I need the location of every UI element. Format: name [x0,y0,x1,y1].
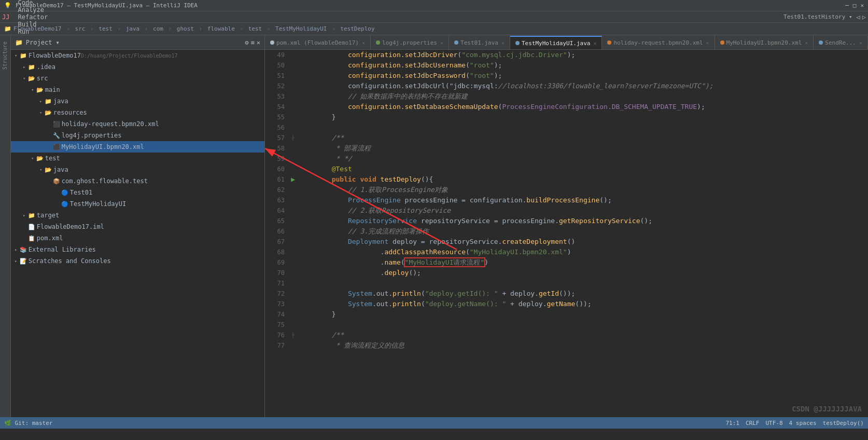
breadcrumb-part[interactable]: TestMyHolidayUI [275,25,327,32]
tree-item-java_test[interactable]: ▾📂java [11,164,264,175]
line-content[interactable]: /** [297,330,868,340]
tree-item-root[interactable]: ▾📁FlowableDemo17 D:/huang/Project/Flowab… [11,50,264,61]
tree-item-pom[interactable]: 📋pom.xml [11,232,264,244]
breadcrumb-part[interactable]: test [99,25,113,32]
line-content[interactable]: .name("MyHolidayUI请求流程") [297,257,868,268]
tab-close-btn[interactable]: ✕ [706,40,709,46]
code-area[interactable]: 49 configuration.setJdbcDriver("com.mysq… [265,50,868,417]
tree-item-log4j[interactable]: 🔧log4j.properties [11,130,264,141]
tab-icon [515,41,520,45]
tree-item-test[interactable]: ▾📂test [11,153,264,164]
tab-testmyholidayui_java[interactable]: TestMyHolidayUI.java✕ [510,36,602,49]
line-content[interactable]: * 部署流程 [297,143,868,154]
minimize-btn[interactable]: ─ [845,2,849,9]
tab-close-btn[interactable]: ✕ [362,40,365,46]
collapse-icon[interactable]: ≡ [251,39,255,46]
tree-item-main[interactable]: ▾📂main [11,84,264,95]
tab-test01_java[interactable]: Test01.java✕ [449,36,510,49]
tab-log4j_properties[interactable]: log4j.properties✕ [371,36,449,49]
line-content[interactable]: // 2.获取RepositoryService [297,205,868,216]
breadcrumb-part[interactable]: java [126,25,140,32]
line-content[interactable]: configuration.setDatabaseSchemaUpdate(Pr… [297,102,868,112]
line-content[interactable]: * */ [297,154,868,164]
menu-item-analyze[interactable]: Analyze [13,6,52,13]
menu-item-refactor[interactable]: Refactor [13,13,52,21]
tree-label: FlowableDemo17 [29,52,81,59]
breadcrumb-part[interactable]: com [153,25,163,32]
breadcrumb-part[interactable]: src [75,25,86,32]
line-gutter: ├ [289,133,297,143]
line-content[interactable]: RepositoryService repositoryService = pr… [297,216,868,226]
breadcrumb-part[interactable]: test [248,25,262,32]
tab-sendre___[interactable]: SendRe...✕ [814,36,868,49]
tree-item-testMyHolidayUI[interactable]: 🔵TestMyHolidayUI [11,198,264,210]
code-line-68: 68 .addClasspathResource("MyHolidayUI.bp… [265,247,868,257]
line-content[interactable]: // 如果数据库中的表结构不存在就新建 [297,91,868,102]
tree-item-pkg[interactable]: 📦com.ghost.flowable.test [11,175,264,187]
line-content[interactable]: /** [297,133,868,143]
tree-item-test01[interactable]: 🔵Test01 [11,187,264,198]
line-content[interactable]: System.out.println("deploy.getName(): " … [297,299,868,309]
line-content[interactable]: // 3.完成流程的部署操作 [297,226,868,237]
tree-icon-prop: 🔧 [52,131,61,140]
tab-close-btn[interactable]: ✕ [501,40,505,46]
tree-item-src[interactable]: ▾📂src [11,73,264,84]
line-content[interactable]: Deployment deploy = repositoryService.cr… [297,237,868,247]
line-content[interactable]: * 查询流程定义的信息 [297,340,868,351]
line-content[interactable]: @Test [297,164,868,174]
run-gutter-icon[interactable]: ▶ [291,174,295,185]
tree-item-flowable_iml[interactable]: 📄FlowableDemo17.iml [11,221,264,232]
code-line-55: 55 } [265,112,868,122]
tree-item-holiday_bpmn[interactable]: ⬛holiday-request.bpmn20.xml [11,118,264,130]
code-line-72: 72 System.out.println("deploy.getId(): "… [265,288,868,299]
tree-item-ext_libs[interactable]: ▸📚External Libraries [11,244,264,255]
tree-arrow: ▸ [13,258,19,264]
tree-item-idea[interactable]: ▸📁.idea [11,61,264,73]
breadcrumb-part[interactable]: ghost [177,25,194,32]
project-panel[interactable]: 📁 Project ▾ ⚙ ≡ ✕ ▾📁FlowableDemo17 D:/hu… [11,35,265,417]
line-content[interactable]: ProcessEngine processEngine = configurat… [297,195,868,205]
code-line-59: 59 * */ [265,154,868,164]
tab-close-btn[interactable]: ✕ [859,40,862,46]
structure-label: Structure [2,42,8,70]
line-content[interactable]: // 1.获取ProcessEngine对象 [297,185,868,195]
tree-item-target[interactable]: ▸📁target [11,210,264,221]
menu-bar: JJ FileEditViewNavigateCodeAnalyzeRefact… [0,11,868,23]
tree-item-scratches[interactable]: ▸📝Scratches and Consoles [11,255,264,267]
tab-close-btn[interactable]: ✕ [593,40,596,46]
tab-pom_xml__flowabledemo17_[interactable]: pom.xml (FlowableDemo17)✕ [265,36,371,49]
line-content[interactable]: } [297,309,868,320]
nav-back-icon[interactable]: ◁ [857,13,860,21]
maximize-btn[interactable]: □ [853,2,857,9]
close-panel-icon[interactable]: ✕ [257,39,260,46]
tree-label: External Libraries [29,246,96,253]
tab-holiday_request_bpmn20_xml[interactable]: holiday-request.bpmn20.xml✕ [602,36,715,49]
app-logo: JJ [2,13,9,21]
gear-icon[interactable]: ⚙ [245,39,248,46]
line-content[interactable]: configuration.setJdbcPassword("root"); [297,71,868,81]
line-content[interactable]: .deploy(); [297,268,868,278]
code-line-58: 58 * 部署流程 [265,143,868,154]
line-content[interactable]: System.out.println("deploy.getId(): " + … [297,288,868,299]
line-content[interactable]: public void testDeploy(){ [297,174,868,185]
breadcrumb-part[interactable]: FlowableDemo17 [13,25,62,32]
nav-forward-icon[interactable]: ▷ [862,13,866,21]
line-content[interactable]: configuration.setJdbcDriver("com.mysql.c… [297,50,868,60]
tab-close-btn[interactable]: ✕ [805,40,808,46]
close-btn[interactable]: ✕ [860,2,864,9]
breadcrumb-part[interactable]: flowable [207,25,235,32]
line-content[interactable]: configuration.setJdbcUrl("jdbc:mysql://l… [297,81,868,91]
fold-icon[interactable]: ├ [291,133,294,143]
nav-history[interactable]: Test01.testHistory ▾ [783,13,852,20]
line-content[interactable]: configuration.setJdbcUsername("root"); [297,60,868,71]
fold-icon[interactable]: ├ [291,330,294,340]
line-content[interactable]: .addClasspathResource("MyHolidayUI.bpmn2… [297,247,868,257]
menu-item-code[interactable]: Code [13,0,52,6]
tab-myholidayui_bpmn20_xml[interactable]: MyHolidayUI.bpmn20.xml✕ [715,36,814,49]
line-content[interactable]: } [297,112,868,122]
tree-item-myholiday_xml[interactable]: ⬛MyHolidayUI.bpmn20.xml [11,141,264,153]
tree-item-resources[interactable]: ▾📂resources [11,107,264,118]
tree-item-java_main[interactable]: ▸📁java [11,95,264,107]
breadcrumb-part[interactable]: testDeploy [340,25,374,32]
tab-close-btn[interactable]: ✕ [440,40,443,46]
